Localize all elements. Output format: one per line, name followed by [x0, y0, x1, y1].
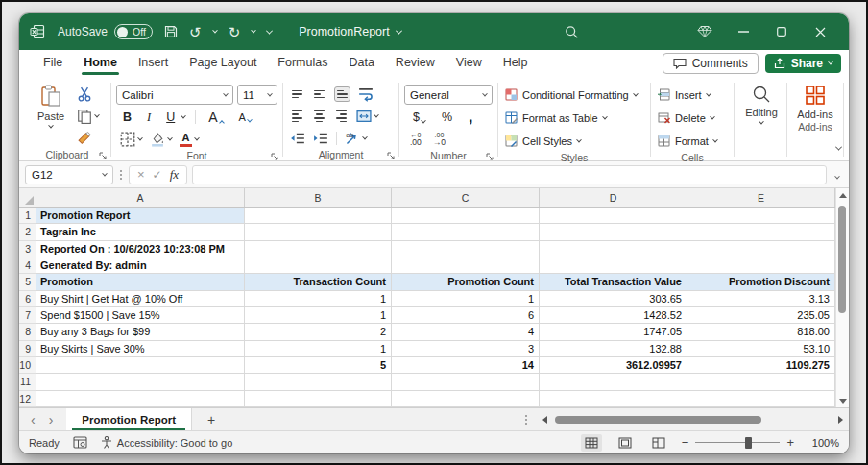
cell-A12[interactable] — [36, 391, 245, 407]
alignment-dialog-launcher-icon[interactable] — [387, 152, 395, 159]
orientation-dropdown-icon[interactable] — [362, 135, 368, 140]
zoom-out-button[interactable]: − — [682, 435, 689, 450]
save-icon[interactable] — [164, 25, 178, 38]
zoom-slider[interactable] — [695, 442, 780, 444]
grow-font-button[interactable]: A — [205, 110, 226, 125]
number-format-select[interactable]: General — [404, 85, 493, 105]
cell-B2[interactable] — [245, 224, 392, 240]
cell-B3[interactable] — [245, 241, 392, 257]
cell-E11[interactable] — [687, 374, 835, 390]
gem-feature-icon[interactable] — [686, 17, 724, 46]
cell-B6[interactable]: 1 — [245, 291, 392, 307]
cell-C6[interactable]: 1 — [392, 291, 540, 307]
cell-C4[interactable] — [392, 257, 540, 274]
cell-A8[interactable]: Buy any 3 Bags for $99 — [36, 324, 245, 340]
shrink-font-button[interactable]: A — [236, 111, 254, 123]
next-sheet-button[interactable]: › — [49, 412, 54, 428]
vertical-scrollbar[interactable] — [835, 188, 849, 407]
cell-E1[interactable] — [687, 208, 835, 224]
italic-button[interactable]: I — [144, 110, 154, 125]
cell-A10[interactable] — [36, 357, 245, 374]
cell-C3[interactable] — [392, 241, 540, 257]
formula-bar-handle-icon[interactable] — [118, 170, 124, 180]
add-ins-button[interactable]: Add-ins — [792, 81, 838, 120]
column-header-B[interactable]: B — [245, 188, 392, 207]
share-button[interactable]: Share — [765, 54, 841, 73]
copy-button[interactable] — [77, 107, 99, 126]
share-dropdown-icon[interactable] — [828, 60, 833, 65]
cell-D6[interactable]: 303.65 — [540, 291, 687, 307]
borders-dropdown-icon[interactable] — [137, 135, 143, 141]
zoom-level[interactable]: 100% — [807, 437, 839, 449]
row-header-6[interactable]: 6 — [19, 291, 36, 307]
paste-button[interactable]: Paste — [29, 81, 73, 148]
cell-E12[interactable] — [687, 391, 835, 407]
cell-B4[interactable] — [245, 257, 392, 274]
row-header-8[interactable]: 8 — [19, 324, 36, 340]
scroll-down-button[interactable] — [836, 394, 849, 407]
zoom-in-button[interactable]: + — [786, 435, 794, 450]
cell-A5[interactable]: Promotion — [36, 274, 245, 290]
quick-access-chevron-icon[interactable] — [266, 27, 273, 34]
page-layout-view-button[interactable] — [615, 434, 636, 452]
cell-D9[interactable]: 132.88 — [540, 341, 687, 357]
cell-C5[interactable]: Promotion Count — [392, 274, 540, 290]
cell-C10[interactable]: 14 — [392, 357, 540, 374]
underline-dropdown-icon[interactable] — [181, 113, 186, 119]
macro-record-icon[interactable] — [73, 436, 87, 449]
formula-bar-expand-icon[interactable] — [832, 166, 843, 184]
insert-function-button[interactable]: fx — [170, 167, 179, 183]
font-size-select[interactable]: 11 — [237, 85, 277, 105]
row-header-1[interactable]: 1 — [19, 208, 36, 224]
bold-button[interactable]: B — [120, 110, 134, 124]
borders-button[interactable] — [120, 130, 142, 149]
page-break-view-button[interactable] — [648, 434, 669, 452]
cell-A1[interactable]: Promotion Report — [36, 208, 245, 224]
scroll-up-button[interactable] — [836, 188, 849, 202]
name-box[interactable]: G12 — [25, 165, 113, 184]
cell-D3[interactable] — [540, 241, 687, 257]
zoom-slider-thumb[interactable] — [745, 437, 752, 449]
tab-review[interactable]: Review — [385, 52, 446, 75]
row-header-12[interactable]: 12 — [19, 391, 36, 407]
prev-sheet-button[interactable]: ‹ — [31, 412, 36, 428]
number-dialog-launcher-icon[interactable] — [486, 153, 494, 160]
row-header-10[interactable]: 10 — [19, 357, 36, 374]
h-scroll-left-button[interactable] — [542, 416, 547, 424]
tab-help[interactable]: Help — [493, 52, 539, 75]
cell-E4[interactable] — [687, 257, 835, 274]
clipboard-dialog-launcher-icon[interactable] — [99, 152, 107, 159]
align-bottom-button[interactable] — [334, 86, 350, 103]
column-header-A[interactable]: A — [36, 188, 245, 207]
sheet-tab-active[interactable]: Promotion Report — [66, 408, 192, 430]
cell-E5[interactable]: Promotion Discount — [687, 274, 835, 290]
tab-insert[interactable]: Insert — [128, 52, 179, 75]
cut-button[interactable] — [77, 85, 99, 104]
wrap-text-button[interactable] — [358, 85, 374, 104]
cell-E7[interactable]: 235.05 — [687, 307, 835, 324]
cell-D7[interactable]: 1428.52 — [540, 307, 687, 324]
cell-B9[interactable]: 1 — [245, 341, 392, 357]
format-cells-button[interactable]: Format — [658, 131, 729, 151]
comments-button[interactable]: Comments — [663, 53, 759, 74]
redo-dropdown-icon[interactable] — [251, 28, 256, 34]
cell-B12[interactable] — [245, 391, 392, 407]
tab-formulas[interactable]: Formulas — [267, 52, 338, 75]
paste-dropdown-icon[interactable] — [48, 123, 54, 129]
cell-styles-button[interactable]: Cell Styles — [505, 131, 645, 151]
tab-file[interactable]: File — [33, 52, 73, 75]
vertical-scroll-thumb[interactable] — [838, 206, 846, 313]
tab-view[interactable]: View — [446, 52, 493, 75]
cell-A3[interactable]: Reported On : 10/6/2023 10:23:08 PM — [36, 241, 245, 257]
cell-D8[interactable]: 1747.05 — [540, 324, 687, 340]
tab-data[interactable]: Data — [338, 52, 384, 75]
cell-C2[interactable] — [392, 224, 540, 240]
row-header-11[interactable]: 11 — [19, 374, 36, 390]
delete-cells-button[interactable]: Delete — [658, 108, 729, 128]
cell-C11[interactable] — [392, 374, 540, 390]
horizontal-scrollbar[interactable] — [542, 408, 843, 430]
cell-A9[interactable]: Buy Skirts | Save 30% — [36, 341, 245, 357]
search-icon[interactable] — [565, 25, 579, 39]
formula-input[interactable] — [192, 165, 827, 184]
font-color-dropdown-icon[interactable] — [194, 135, 200, 141]
